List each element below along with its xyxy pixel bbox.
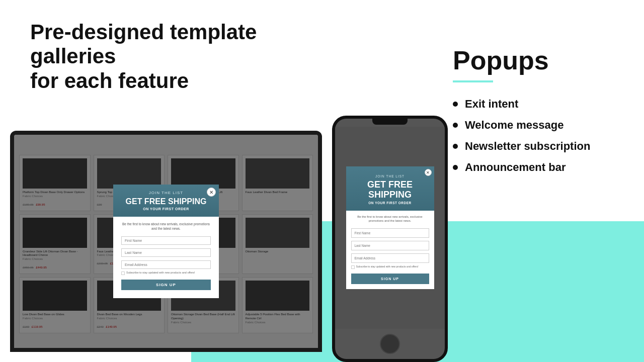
laptop-firstname-input[interactable] <box>121 236 211 245</box>
phone-popup-desc: Be the first to know about new arrivals,… <box>351 215 429 223</box>
phone-popup-title: GET FREESHIPPING <box>351 180 429 200</box>
phone-firstname-input[interactable] <box>351 228 429 238</box>
laptop-popup-title: GET FREE SHIPPING <box>118 197 214 206</box>
laptop-mockup: Platform Top Divan Base Only Drawer Opti… <box>10 131 322 352</box>
left-content: Pre-designed template galleries for each… <box>30 20 332 108</box>
list-item: Announcement bar <box>453 161 614 174</box>
phone-screen: ✕ JOIN THE LIST GET FREESHIPPING ON YOUR… <box>335 119 445 359</box>
right-content: Popups Exit intent Welcome message Newsl… <box>453 45 614 182</box>
phone-popup-box: ✕ JOIN THE LIST GET FREESHIPPING ON YOUR… <box>346 166 434 289</box>
laptop-popup-overlay: ✕ JOIN THE LIST GET FREE SHIPPING ON YOU… <box>14 135 318 348</box>
bullet-dot <box>453 102 458 107</box>
laptop-screen: Platform Top Divan Base Only Drawer Opti… <box>14 135 318 348</box>
bullet-dot <box>453 123 458 128</box>
laptop-subscribe-label: Subscribe to stay updated with new produ… <box>126 271 195 275</box>
laptop-email-input[interactable] <box>121 260 211 269</box>
phone-popup-overlay: ✕ JOIN THE LIST GET FREESHIPPING ON YOUR… <box>335 127 445 329</box>
bullet-label: Welcome message <box>465 119 564 132</box>
laptop-base <box>10 348 322 352</box>
laptop-popup-subtitle: ON YOUR FIRST ORDER <box>118 207 214 211</box>
device-container: Platform Top Divan Base Only Drawer Opti… <box>10 101 448 362</box>
bullet-dot <box>453 165 458 170</box>
bullet-label: Exit intent <box>465 98 518 111</box>
list-item: Exit intent <box>453 98 614 111</box>
bullet-dot <box>453 144 458 149</box>
list-item: Newsletter subscription <box>453 140 614 153</box>
laptop-popup-box: ✕ JOIN THE LIST GET FREE SHIPPING ON YOU… <box>113 185 219 298</box>
laptop-popup-desc: Be the first to know about new arrivals,… <box>121 222 211 231</box>
phone-email-input[interactable] <box>351 253 429 263</box>
bullet-list: Exit intent Welcome message Newsletter s… <box>453 98 614 174</box>
phone-signup-button[interactable]: SIGN UP <box>351 274 429 284</box>
phone-subscribe-checkbox[interactable] <box>351 265 355 269</box>
laptop-popup-close[interactable]: ✕ <box>207 188 216 197</box>
site-content: Platform Top Divan Base Only Drawer Opti… <box>14 135 318 348</box>
phone-popup-subtitle: ON YOUR FIRST ORDER <box>351 201 429 205</box>
phone-mockup: ✕ JOIN THE LIST GET FREESHIPPING ON YOUR… <box>332 116 448 362</box>
laptop-popup-join: JOIN THE LIST <box>118 191 214 195</box>
section-underline <box>453 80 493 82</box>
page-wrapper: Pre-designed template galleries for each… <box>0 0 644 362</box>
phone-popup-close[interactable]: ✕ <box>425 169 432 176</box>
laptop-signup-button[interactable]: SIGN UP <box>121 280 211 290</box>
laptop-subscribe-row: Subscribe to stay updated with new produ… <box>121 271 211 275</box>
laptop-popup-header: JOIN THE LIST GET FREE SHIPPING ON YOUR … <box>113 185 219 217</box>
section-title: Popups <box>453 45 614 75</box>
bullet-label: Announcement bar <box>465 161 566 174</box>
phone-subscribe-label: Subscribe to stay updated with new produ… <box>356 265 419 268</box>
phone-lastname-input[interactable] <box>351 241 429 250</box>
phone-subscribe-row: Subscribe to stay updated with new produ… <box>351 265 429 269</box>
phone-notch <box>372 119 408 125</box>
laptop-subscribe-checkbox[interactable] <box>121 272 125 275</box>
main-title: Pre-designed template galleries for each… <box>30 20 332 93</box>
bullet-label: Newsletter subscription <box>465 140 590 153</box>
phone-popup-join: JOIN THE LIST <box>351 174 429 178</box>
phone-home-button[interactable] <box>380 334 400 354</box>
phone-popup-body: Be the first to know about new arrivals,… <box>346 215 434 289</box>
phone-popup-header: JOIN THE LIST GET FREESHIPPING ON YOUR F… <box>346 166 434 211</box>
list-item: Welcome message <box>453 119 614 132</box>
laptop-lastname-input[interactable] <box>121 248 211 257</box>
